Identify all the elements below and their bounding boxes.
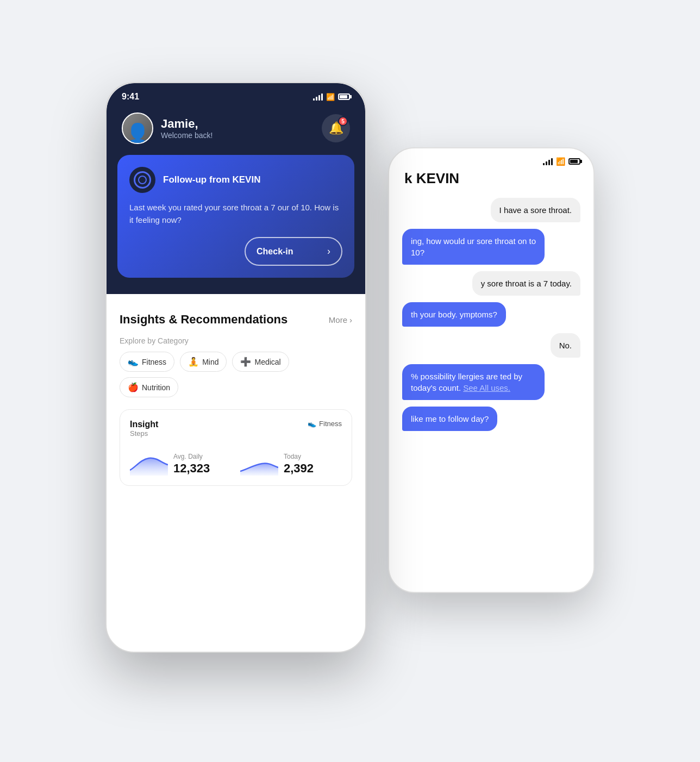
- nutrition-label: Nutrition: [142, 383, 170, 392]
- phone-content: Insights & Recommendations More › Explor…: [107, 298, 365, 570]
- phone-dark-header: 9:41 📶: [107, 83, 365, 294]
- insight-card-sub: Steps: [130, 429, 158, 438]
- msg-1: I have a sore throat.: [491, 198, 580, 222]
- avg-chart: [130, 448, 168, 476]
- more-link[interactable]: More ›: [329, 315, 352, 324]
- avg-label: Avg. Daily: [173, 453, 210, 460]
- category-pills: 👟 Fitness 🧘 Mind ➕ Medical 🍎 Nutrition: [120, 352, 352, 397]
- insight-stats: Avg. Daily 12,323: [130, 448, 342, 476]
- medical-pill[interactable]: ➕ Medical: [232, 352, 289, 372]
- front-battery-icon: [338, 93, 350, 100]
- back-content: k KEVIN I have a sore throat. ing, how w…: [389, 170, 593, 431]
- avg-values: Avg. Daily 12,323: [173, 453, 210, 476]
- kevin-logo: [129, 167, 155, 193]
- insights-header: Insights & Recommendations More ›: [120, 313, 352, 327]
- insight-category-emoji: 👟: [308, 420, 316, 428]
- mind-pill[interactable]: 🧘 Mind: [180, 352, 227, 372]
- front-signal-icon: [313, 93, 323, 101]
- insight-card: Insight Steps 👟 Fitness: [120, 409, 352, 486]
- today-chart: [240, 448, 278, 476]
- msg-5: No.: [551, 333, 580, 358]
- insights-title: Insights & Recommendations: [120, 313, 288, 327]
- front-wifi-icon: 📶: [326, 93, 335, 101]
- profile-row: Jamie, Welcome back! 🔔 5: [107, 106, 365, 155]
- more-chevron-icon: ›: [349, 315, 352, 324]
- notification-bell[interactable]: 🔔 5: [322, 114, 350, 142]
- profile-subtitle: Welcome back!: [161, 131, 212, 140]
- kevin-logo-inner: [134, 171, 151, 189]
- phone-front: 9:41 📶: [105, 82, 366, 653]
- checkin-label: Check-in: [257, 247, 293, 257]
- avg-stat: Avg. Daily 12,323: [130, 448, 232, 476]
- avatar-image: [123, 114, 152, 143]
- msg-3: y sore throat is a 7 today.: [472, 271, 580, 296]
- insight-card-label: Insight: [130, 420, 158, 429]
- msg-2: ing, how would ur sore throat on to 10?: [402, 229, 545, 265]
- back-wifi-icon: 📶: [556, 157, 565, 166]
- today-values: Today 2,392: [284, 453, 314, 476]
- msg-6: % possibility llergies are ted by today'…: [402, 364, 545, 400]
- medical-emoji: ➕: [240, 357, 251, 367]
- phone-back: 📶 k KEVIN I have a sore throat. ing, how…: [388, 147, 595, 593]
- nutrition-emoji: 🍎: [128, 382, 139, 392]
- profile-name: Jamie,: [161, 117, 212, 131]
- kevin-card: Follow-up from KEVIN Last week you rated…: [117, 155, 354, 278]
- avatar: [122, 113, 153, 144]
- chat-messages: I have a sore throat. ing, how would ur …: [402, 198, 580, 431]
- back-signal-icon: [543, 158, 553, 165]
- notification-badge: 5: [338, 116, 348, 126]
- mind-emoji: 🧘: [188, 357, 199, 367]
- see-all-link[interactable]: See All uses.: [463, 383, 510, 392]
- fitness-label: Fitness: [142, 358, 166, 366]
- fitness-pill[interactable]: 👟 Fitness: [120, 352, 174, 372]
- mind-label: Mind: [202, 358, 218, 366]
- more-label: More: [329, 315, 347, 324]
- msg-4: th your body. ymptoms?: [402, 302, 506, 327]
- medical-label: Medical: [254, 358, 280, 366]
- chat-title: k KEVIN: [402, 170, 580, 187]
- insight-category-label: Fitness: [319, 420, 342, 428]
- back-status-bar: 📶: [389, 148, 593, 170]
- today-stat: Today 2,392: [240, 448, 342, 476]
- profile-info: Jamie, Welcome back!: [122, 113, 212, 144]
- checkin-arrow: ›: [327, 246, 330, 257]
- avg-value: 12,323: [173, 461, 210, 476]
- nutrition-pill[interactable]: 🍎 Nutrition: [120, 377, 178, 397]
- insight-card-header: Insight Steps 👟 Fitness: [130, 420, 342, 446]
- fitness-emoji: 👟: [128, 357, 139, 367]
- kevin-header: Follow-up from KEVIN: [129, 167, 342, 193]
- explore-label: Explore by Category: [120, 336, 352, 345]
- today-label: Today: [284, 453, 314, 460]
- front-status-bar: 9:41 📶: [107, 83, 365, 106]
- msg-7: like me to follow day?: [402, 407, 497, 431]
- today-value: 2,392: [284, 461, 314, 476]
- profile-text: Jamie, Welcome back!: [161, 117, 212, 140]
- kevin-title: Follow-up from KEVIN: [163, 174, 260, 185]
- checkin-button[interactable]: Check-in ›: [245, 237, 342, 266]
- kevin-message: Last week you rated your sore throat a 7…: [129, 202, 342, 226]
- scene: 📶 k KEVIN I have a sore throat. ing, how…: [105, 82, 595, 680]
- front-status-icons: 📶: [313, 93, 350, 101]
- back-battery-icon: [568, 158, 580, 165]
- back-status-icons: 📶: [543, 157, 580, 166]
- insight-category: 👟 Fitness: [308, 420, 342, 428]
- front-time: 9:41: [122, 92, 139, 102]
